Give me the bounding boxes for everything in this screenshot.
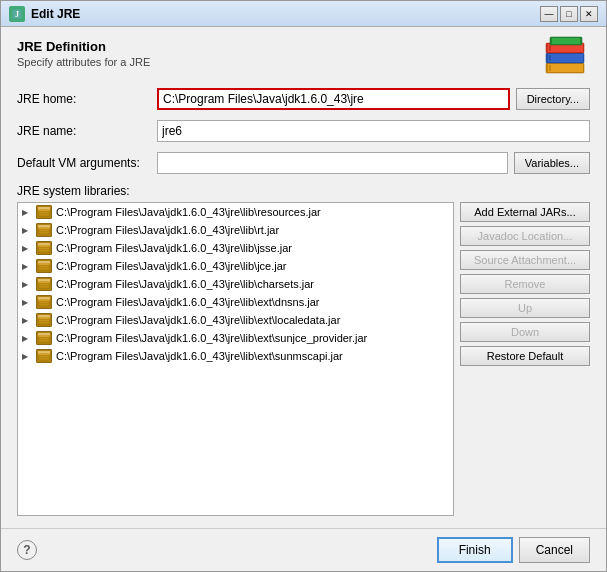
svg-rect-35 [39,302,49,303]
svg-rect-19 [39,230,49,231]
jar-path: C:\Program Files\Java\jdk1.6.0_43\jre\li… [56,242,292,254]
directory-button[interactable]: Directory... [516,88,590,110]
list-item[interactable]: ▶ C:\Program Files\Java\jdk1.6.0_43\jre\… [18,257,453,275]
svg-rect-12 [552,38,580,44]
jar-icon [36,295,52,309]
list-item[interactable]: ▶ C:\Program Files\Java\jdk1.6.0_43\jre\… [18,347,453,365]
svg-rect-39 [39,320,49,321]
jre-home-label: JRE home: [17,92,157,106]
remove-button[interactable]: Remove [460,274,590,294]
jar-icon [36,349,52,363]
jar-icon [36,277,52,291]
titlebar-title: Edit JRE [31,7,80,21]
jar-path: C:\Program Files\Java\jdk1.6.0_43\jre\li… [56,350,343,362]
svg-text:J: J [15,10,19,19]
main-content: JRE Definition Specify attributes for a … [1,27,606,528]
svg-rect-36 [39,304,49,305]
jar-icon [36,313,52,327]
svg-rect-38 [38,315,50,319]
jre-name-input[interactable] [157,120,590,142]
jar-icon [36,331,52,345]
javadoc-location-button[interactable]: Javadoc Location... [460,226,590,246]
library-buttons: Add External JARs... Javadoc Location...… [460,202,590,516]
jar-path: C:\Program Files\Java\jdk1.6.0_43\jre\li… [56,314,340,326]
edit-jre-dialog: J Edit JRE — □ ✕ JRE Definition Specify … [0,0,607,572]
close-button[interactable]: ✕ [580,6,598,22]
svg-rect-31 [39,284,49,285]
svg-rect-27 [39,266,49,267]
tree-arrow-icon: ▶ [22,352,32,361]
restore-default-button[interactable]: Restore Default [460,346,590,366]
minimize-button[interactable]: — [540,6,558,22]
jar-icon [36,223,52,237]
dialog-icon: J [9,6,25,22]
finish-button[interactable]: Finish [437,537,513,563]
svg-rect-44 [39,340,49,341]
svg-rect-7 [549,55,551,61]
titlebar: J Edit JRE — □ ✕ [1,1,606,27]
tree-arrow-icon: ▶ [22,316,32,325]
jar-path: C:\Program Files\Java\jdk1.6.0_43\jre\li… [56,296,320,308]
svg-rect-14 [38,207,50,211]
list-item[interactable]: ▶ C:\Program Files\Java\jdk1.6.0_43\jre\… [18,221,453,239]
svg-rect-48 [39,358,49,359]
svg-rect-15 [39,212,49,213]
jar-path: C:\Program Files\Java\jdk1.6.0_43\jre\li… [56,260,286,272]
list-item[interactable]: ▶ C:\Program Files\Java\jdk1.6.0_43\jre\… [18,329,453,347]
jre-name-label: JRE name: [17,124,157,138]
vm-args-input[interactable] [157,152,508,174]
jar-path: C:\Program Files\Java\jdk1.6.0_43\jre\li… [56,206,321,218]
help-button[interactable]: ? [17,540,37,560]
header-text: JRE Definition Specify attributes for a … [17,39,542,76]
tree-arrow-icon: ▶ [22,280,32,289]
libraries-list[interactable]: ▶ C:\Program Files\Java\jdk1.6.0_43\jre\… [17,202,454,516]
list-item[interactable]: ▶ C:\Program Files\Java\jdk1.6.0_43\jre\… [18,311,453,329]
maximize-button[interactable]: □ [560,6,578,22]
vm-args-row: Default VM arguments: Variables... [17,152,590,174]
add-external-jars-button[interactable]: Add External JARs... [460,202,590,222]
jar-path: C:\Program Files\Java\jdk1.6.0_43\jre\li… [56,332,367,344]
svg-rect-6 [548,54,583,62]
svg-rect-22 [38,243,50,247]
jar-path: C:\Program Files\Java\jdk1.6.0_43\jre\li… [56,278,314,290]
jre-home-input[interactable] [157,88,510,110]
svg-rect-4 [549,65,551,71]
svg-rect-30 [38,279,50,283]
jar-path: C:\Program Files\Java\jdk1.6.0_43\jre\li… [56,224,279,236]
svg-rect-43 [39,338,49,339]
cancel-button[interactable]: Cancel [519,537,590,563]
svg-rect-24 [39,250,49,251]
tree-arrow-icon: ▶ [22,262,32,271]
tree-arrow-icon: ▶ [22,208,32,217]
svg-rect-20 [39,232,49,233]
list-item[interactable]: ▶ C:\Program Files\Java\jdk1.6.0_43\jre\… [18,239,453,257]
svg-rect-46 [38,351,50,355]
tree-arrow-icon: ▶ [22,226,32,235]
jar-icon [36,241,52,255]
svg-rect-18 [38,225,50,229]
jar-icon [36,205,52,219]
bottom-buttons: Finish Cancel [437,537,590,563]
svg-rect-3 [548,64,583,72]
list-item[interactable]: ▶ C:\Program Files\Java\jdk1.6.0_43\jre\… [18,203,453,221]
book-icon [542,35,590,82]
variables-button[interactable]: Variables... [514,152,590,174]
list-item[interactable]: ▶ C:\Program Files\Java\jdk1.6.0_43\jre\… [18,275,453,293]
section-subtitle: Specify attributes for a JRE [17,56,542,68]
up-button[interactable]: Up [460,298,590,318]
libraries-section: JRE system libraries: ▶ C:\Program Files… [17,184,590,516]
down-button[interactable]: Down [460,322,590,342]
jre-name-row: JRE name: [17,120,590,142]
header-row: JRE Definition Specify attributes for a … [17,39,590,82]
svg-rect-32 [39,286,49,287]
svg-rect-40 [39,322,49,323]
svg-rect-26 [38,261,50,265]
titlebar-controls: — □ ✕ [540,6,598,22]
libraries-row: ▶ C:\Program Files\Java\jdk1.6.0_43\jre\… [17,202,590,516]
tree-arrow-icon: ▶ [22,298,32,307]
source-attachment-button[interactable]: Source Attachment... [460,250,590,270]
svg-rect-10 [549,45,551,51]
tree-arrow-icon: ▶ [22,244,32,253]
section-title: JRE Definition [17,39,542,54]
list-item[interactable]: ▶ C:\Program Files\Java\jdk1.6.0_43\jre\… [18,293,453,311]
